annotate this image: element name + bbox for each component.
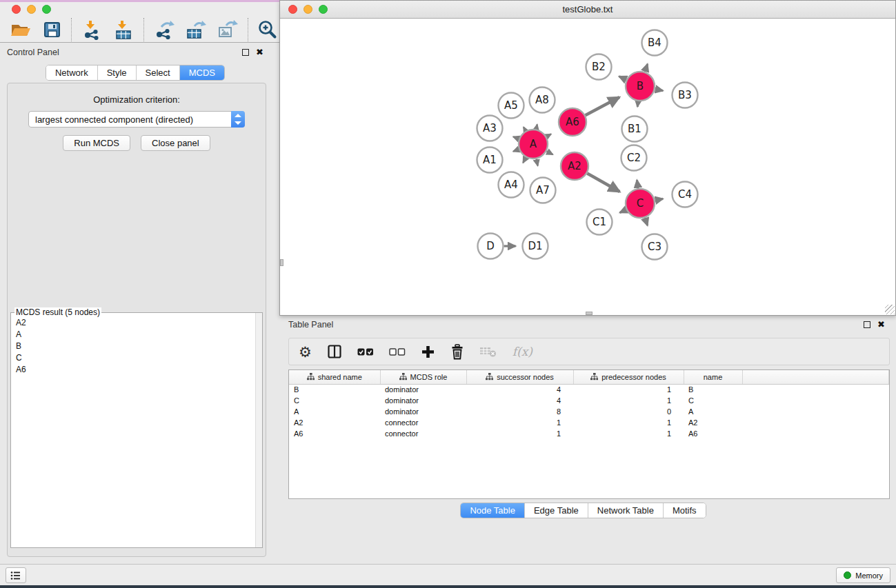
task-history-button[interactable] xyxy=(6,567,26,583)
edge-B-B3[interactable] xyxy=(655,89,664,90)
node-B4[interactable]: B4 xyxy=(642,30,668,56)
node-A2[interactable]: A2 xyxy=(561,152,588,180)
node-A5[interactable]: A5 xyxy=(499,93,524,119)
node-C2[interactable]: C2 xyxy=(621,145,647,171)
node-B2[interactable]: B2 xyxy=(586,54,612,80)
mcds-result-item[interactable]: A xyxy=(12,329,255,341)
edge-A-A7[interactable] xyxy=(537,159,538,166)
mcds-result-item[interactable]: B xyxy=(12,341,255,352)
cell-predecessor-nodes[interactable]: 1 xyxy=(573,417,684,428)
edge-A-A6[interactable] xyxy=(546,134,551,137)
edge-A-A3[interactable] xyxy=(513,136,519,139)
node-A8[interactable]: A8 xyxy=(530,88,555,113)
close-panel-icon[interactable]: ✖ xyxy=(256,49,263,56)
table-settings-icon[interactable]: ⚙ xyxy=(299,345,312,359)
select-all-icon[interactable] xyxy=(357,347,374,356)
node-A3[interactable]: A3 xyxy=(477,116,503,141)
edge-B-B2[interactable] xyxy=(619,77,627,80)
table-float-panel-icon[interactable] xyxy=(864,321,870,328)
cell-shared-name[interactable]: A2 xyxy=(289,417,380,428)
cell-MCDS-role[interactable]: connector xyxy=(380,428,466,439)
cell-name[interactable]: A6 xyxy=(684,428,742,439)
edge-A-A2[interactable] xyxy=(546,151,552,154)
edge-A-A1[interactable] xyxy=(513,150,519,152)
float-panel-icon[interactable] xyxy=(242,49,249,56)
network-window-titlebar[interactable]: testGlobe.txt xyxy=(280,1,895,19)
edge-B-B4[interactable] xyxy=(645,64,648,72)
node-D[interactable]: D xyxy=(478,234,504,259)
table-close-panel-icon[interactable]: ✖ xyxy=(877,321,885,328)
cell-MCDS-role[interactable]: dominator xyxy=(380,384,466,395)
cell-successor-nodes[interactable]: 1 xyxy=(466,417,573,428)
zoom-in-icon[interactable] xyxy=(257,19,277,39)
edge-A-A4[interactable] xyxy=(523,157,526,163)
table-row[interactable]: Bdominator41B xyxy=(289,384,889,395)
table-row[interactable]: A2connector11A2 xyxy=(289,417,889,428)
cell-name[interactable]: C xyxy=(684,395,742,406)
node-C4[interactable]: C4 xyxy=(673,182,698,207)
delete-column-icon[interactable] xyxy=(450,344,464,360)
column-header-predecessor-nodes[interactable]: predecessor nodes xyxy=(573,370,684,384)
edge-A2-C[interactable] xyxy=(587,173,619,192)
edge-C-C3[interactable] xyxy=(645,218,648,225)
tab-style[interactable]: Style xyxy=(97,65,136,80)
tab-node-table[interactable]: Node Table xyxy=(461,503,524,518)
network-canvas[interactable]: AA1A2A3A4A5A6A7A8BB1B2B3B4CC1C2C3C4DD1 xyxy=(280,19,895,315)
export-table-icon[interactable] xyxy=(185,19,207,40)
columns-icon[interactable] xyxy=(327,344,342,359)
column-header-successor-nodes[interactable]: successor nodes xyxy=(466,370,573,384)
edge-B-B1[interactable] xyxy=(637,101,638,107)
node-B1[interactable]: B1 xyxy=(622,116,648,142)
cell-predecessor-nodes[interactable]: 1 xyxy=(573,395,684,406)
cell-MCDS-role[interactable]: dominator xyxy=(380,395,466,406)
import-network-icon[interactable] xyxy=(81,19,103,40)
memory-button[interactable]: Memory xyxy=(836,567,890,583)
open-file-icon[interactable] xyxy=(9,20,32,39)
cell-MCDS-role[interactable]: dominator xyxy=(380,406,466,417)
tab-network-table[interactable]: Network Table xyxy=(588,503,663,518)
column-header-name[interactable]: name xyxy=(684,370,742,384)
cell-shared-name[interactable]: A xyxy=(289,406,380,417)
cell-successor-nodes[interactable]: 8 xyxy=(466,406,573,417)
edge-C-C4[interactable] xyxy=(655,199,664,200)
tab-network[interactable]: Network xyxy=(46,65,97,80)
edge-C-C1[interactable] xyxy=(620,210,626,212)
node-B3[interactable]: B3 xyxy=(673,83,698,108)
node-A[interactable]: A xyxy=(519,130,548,159)
table-row[interactable]: A6connector11A6 xyxy=(289,428,889,439)
export-network-icon[interactable] xyxy=(153,19,175,40)
cell-name[interactable]: B xyxy=(684,384,742,395)
network-graph[interactable]: AA1A2A3A4A5A6A7A8BB1B2B3B4CC1C2C3C4DD1 xyxy=(280,19,895,315)
export-image-icon[interactable] xyxy=(217,19,239,40)
edge-A-A8[interactable] xyxy=(536,125,537,130)
cell-name[interactable]: A xyxy=(684,406,742,417)
tab-motifs[interactable]: Motifs xyxy=(663,503,706,518)
node-C[interactable]: C xyxy=(626,189,655,218)
tab-select[interactable]: Select xyxy=(136,65,179,80)
close-panel-button[interactable]: Close panel xyxy=(141,135,210,151)
run-mcds-button[interactable]: Run MCDS xyxy=(63,135,130,151)
node-table[interactable]: shared nameMCDS rolesuccessor nodesprede… xyxy=(288,369,890,499)
node-D1[interactable]: D1 xyxy=(523,234,548,259)
edge-A6-B[interactable] xyxy=(586,97,619,115)
edge-C-C2[interactable] xyxy=(637,180,638,188)
edge-A-A5[interactable] xyxy=(524,127,526,131)
criterion-dropdown[interactable]: largest connected component (directed) xyxy=(28,111,245,128)
column-header-shared-name[interactable]: shared name xyxy=(289,370,380,384)
mcds-list-scrollbar[interactable] xyxy=(255,313,262,547)
table-row[interactable]: Adominator80A xyxy=(289,406,889,417)
window-resize-grip[interactable] xyxy=(885,305,895,314)
cell-successor-nodes[interactable]: 4 xyxy=(466,395,573,406)
mcds-result-item[interactable]: C xyxy=(12,352,255,364)
cell-predecessor-nodes[interactable]: 1 xyxy=(573,428,684,439)
node-A1[interactable]: A1 xyxy=(477,148,503,173)
node-A4[interactable]: A4 xyxy=(499,172,524,198)
node-A6[interactable]: A6 xyxy=(559,108,586,136)
mcds-result-item[interactable]: A2 xyxy=(12,317,255,329)
column-header-MCDS-role[interactable]: MCDS role xyxy=(380,370,466,384)
cell-shared-name[interactable]: C xyxy=(289,395,380,406)
node-C3[interactable]: C3 xyxy=(642,234,668,260)
cell-shared-name[interactable]: A6 xyxy=(289,428,380,439)
deselect-all-icon[interactable] xyxy=(389,347,406,356)
cell-successor-nodes[interactable]: 1 xyxy=(466,428,573,439)
